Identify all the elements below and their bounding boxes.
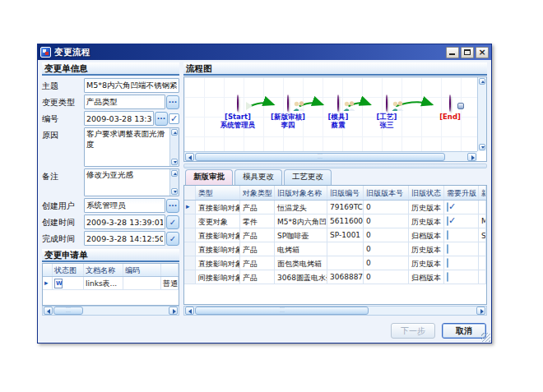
request-table-hscrollbar[interactable] (42, 306, 179, 316)
upgrade-checkbox[interactable] (447, 202, 448, 212)
col-type[interactable]: 类型 (196, 186, 240, 200)
scroll-up-icon[interactable] (171, 129, 178, 136)
scroll-down-icon[interactable] (479, 144, 485, 150)
next-button[interactable]: 下一步 (391, 323, 435, 339)
scroll-up-icon[interactable] (479, 78, 485, 85)
col-old-version[interactable]: 旧版版本号 (364, 186, 409, 200)
create-time-input[interactable] (84, 214, 165, 229)
flowchart-hscrollbar[interactable] (184, 151, 477, 161)
finish-time-dropdown-button[interactable] (166, 232, 179, 246)
scroll-up-icon[interactable] (171, 170, 178, 177)
code-cell (123, 277, 161, 289)
grid-row[interactable]: 变更对象 零件 M5*8内六角凹... 5611600 0 历史版本 M5*8 (184, 214, 486, 228)
scroll-thumb[interactable] (195, 153, 445, 161)
change-type-picker-button[interactable] (166, 95, 179, 109)
field-reason: 原因 客户要求调整表面光滑度 (42, 127, 179, 167)
doc-column-header: 文档名称 (84, 264, 123, 276)
desktop: 变更流程 变更单信息 主题 变更类型 (0, 0, 543, 392)
field-number: 编号 (42, 111, 179, 126)
col-object-type[interactable]: 对象类型 (240, 186, 275, 200)
number-checkbox[interactable] (169, 113, 179, 124)
grid-hscrollbar[interactable] (183, 306, 487, 316)
scroll-down-icon[interactable] (171, 188, 178, 195)
create-time-dropdown-button[interactable] (166, 215, 179, 229)
scroll-left-icon[interactable] (44, 307, 53, 315)
reason-textarea[interactable]: 客户要求调整表面光滑度 (85, 128, 179, 166)
close-button[interactable] (476, 47, 489, 58)
start-node-icon (237, 95, 239, 112)
affected-objects-grid: 类型 对象类型 旧版对象名称 旧版编号 旧版版本号 旧版状态 需要升版 新版 直… (183, 185, 487, 305)
flow-node-craft[interactable]: [工艺] 张三 (358, 95, 415, 129)
scroll-left-icon[interactable] (185, 153, 194, 161)
panel-splitter[interactable] (183, 164, 487, 168)
flow-and-grid-panel: 流程图 (183, 62, 487, 316)
node-user-label: 李四 (259, 121, 317, 129)
flowchart-canvas: [Start] 系统管理员 [新版审核] 李四 (184, 77, 477, 151)
cancel-button[interactable]: 取消 (442, 323, 486, 339)
upgrade-checkbox[interactable] (447, 258, 448, 268)
end-node-icon (449, 95, 451, 112)
extra-column-header (161, 264, 179, 276)
grid-row[interactable]: 直接影响对象 产品 恒温龙头 79169TC 0 历史版本 (184, 201, 486, 214)
reason-scrollbar[interactable] (169, 128, 179, 166)
code-column-header: 编码 (123, 264, 161, 276)
grid-row[interactable]: 间接影响对象 产品 3068圆盖电水壶 3068887 0 归档版本 (184, 270, 486, 284)
col-old-status[interactable]: 旧版状态 (409, 186, 444, 200)
app-icon (40, 47, 51, 58)
field-subject: 主题 (42, 78, 179, 93)
tab-mold-change[interactable]: 模具更改 (234, 169, 282, 185)
maximize-button[interactable] (461, 47, 474, 58)
create-user-input[interactable] (84, 198, 165, 213)
flow-node-start[interactable]: [Start] 系统管理员 (209, 95, 267, 129)
scroll-thumb[interactable] (53, 307, 83, 315)
number-picker-button[interactable] (155, 112, 168, 126)
footer-buttons: 下一步 取消 (391, 323, 486, 339)
tab-craft-change[interactable]: 工艺更改 (284, 169, 332, 185)
flow-node-review[interactable]: [新版审核] 李四 (259, 95, 317, 129)
flow-node-end[interactable]: [End] (421, 95, 479, 121)
create-user-label: 创建用户 (42, 198, 84, 212)
flowchart-vscrollbar[interactable] (477, 77, 486, 151)
col-new[interactable]: 新版 (479, 186, 486, 200)
subject-input[interactable] (84, 78, 179, 93)
minimize-button[interactable] (446, 47, 459, 58)
scroll-right-icon[interactable] (476, 307, 485, 315)
scroll-right-icon[interactable] (467, 153, 476, 161)
create-user-picker-button[interactable] (166, 199, 179, 213)
flowchart[interactable]: [Start] 系统管理员 [新版审核] 李四 (183, 76, 487, 162)
grid-row[interactable]: 直接影响对象 产品 电烤箱 0 历史版本 (184, 242, 486, 256)
number-input[interactable] (84, 111, 154, 126)
finish-time-input[interactable] (84, 231, 165, 246)
remark-textarea[interactable]: 修改为亚光感 (85, 169, 179, 196)
node-user-label: 张三 (358, 121, 415, 129)
grid-row[interactable]: 直接影响对象 产品 面包类电烤箱 0 历史版本 (184, 256, 486, 270)
request-table-row[interactable]: links表... 普通 (43, 277, 179, 290)
dialog-body: 变更单信息 主题 变更类型 编号 (38, 60, 491, 343)
field-create-user: 创建用户 (42, 198, 179, 213)
resize-grip[interactable] (481, 333, 490, 342)
people-node-icon (287, 95, 289, 112)
scroll-right-icon[interactable] (169, 307, 178, 315)
col-old-number[interactable]: 旧版编号 (327, 186, 364, 200)
grid-row[interactable]: 直接影响对象 产品 SP咖啡壶 SP-1001 0 归档版本 SP咖 (184, 228, 486, 242)
scroll-down-icon[interactable] (171, 159, 178, 165)
extra-cell: 普通 (161, 277, 179, 289)
col-old-name[interactable]: 旧版对象名称 (275, 186, 327, 200)
change-order-panel: 变更单信息 主题 变更类型 编号 (42, 62, 179, 316)
maximize-icon (464, 49, 471, 55)
upgrade-checkbox[interactable] (447, 272, 448, 282)
scroll-left-icon[interactable] (185, 307, 194, 315)
people-icon (292, 101, 306, 112)
people-icon (342, 101, 356, 112)
upgrade-checkbox[interactable] (447, 244, 448, 254)
tab-new-version-approval[interactable]: 新版审批 (185, 169, 233, 185)
upgrade-checkbox[interactable] (447, 230, 448, 240)
upgrade-checkbox[interactable] (447, 216, 448, 226)
remark-scrollbar[interactable] (169, 169, 179, 196)
change-type-input[interactable] (84, 95, 165, 109)
col-need-upgrade[interactable]: 需要升版 (444, 186, 479, 200)
flowchart-header: 流程图 (183, 62, 487, 76)
titlebar[interactable]: 变更流程 (38, 44, 491, 60)
scroll-thumb[interactable] (195, 307, 369, 315)
number-label: 编号 (42, 111, 84, 125)
